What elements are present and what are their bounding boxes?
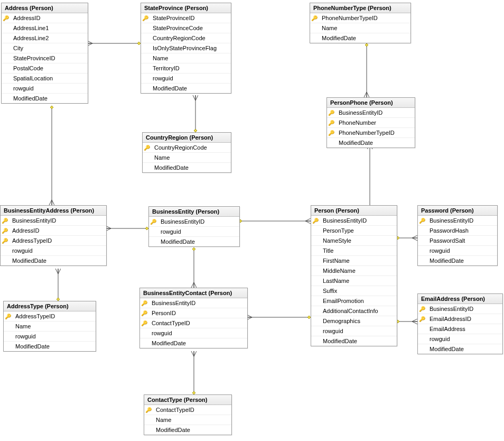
- column-row[interactable]: Name: [143, 152, 231, 162]
- column-name: PasswordSalt: [426, 237, 468, 244]
- column-row[interactable]: rowguid: [418, 334, 502, 344]
- column-row[interactable]: rowguid: [418, 245, 497, 255]
- column-row[interactable]: StateProvinceCode: [141, 23, 231, 33]
- column-row[interactable]: 🔑PersonID: [140, 308, 247, 318]
- column-row[interactable]: rowguid: [311, 326, 397, 336]
- primary-key-icon: 🔑: [1, 228, 9, 234]
- column-row[interactable]: 🔑BusinessEntityID: [140, 298, 247, 308]
- column-row[interactable]: PostalCode: [2, 63, 88, 73]
- column-row[interactable]: PasswordSalt: [418, 235, 497, 245]
- column-row[interactable]: CountryRegionCode: [141, 33, 231, 43]
- column-name: AddressID: [9, 227, 42, 234]
- column-list: 🔑PhoneNumberTypeIDNameModifiedDate: [310, 13, 410, 43]
- column-row[interactable]: AddressLine1: [2, 23, 88, 33]
- entity-person[interactable]: Person (Person)🔑BusinessEntityIDPersonTy…: [311, 205, 397, 346]
- column-row[interactable]: rowguid: [2, 83, 88, 93]
- column-name: PersonID: [148, 310, 179, 316]
- entity-businessentity[interactable]: BusinessEntity (Person)🔑BusinessEntityID…: [148, 206, 240, 247]
- entity-emailaddress[interactable]: EmailAddress (Person)🔑BusinessEntityID🔑E…: [417, 293, 503, 354]
- column-row[interactable]: ModifiedDate: [149, 236, 239, 246]
- column-name: Name: [151, 154, 173, 161]
- column-row[interactable]: 🔑BusinessEntityID: [327, 108, 415, 117]
- entity-personphone[interactable]: PersonPhone (Person)🔑BusinessEntityID🔑Ph…: [326, 97, 415, 148]
- column-row[interactable]: 🔑BusinessEntityID: [149, 217, 239, 226]
- column-row[interactable]: AdditionalContactInfo: [311, 306, 397, 316]
- column-row[interactable]: NameStyle: [311, 235, 397, 245]
- column-row[interactable]: ModifiedDate: [143, 162, 231, 172]
- column-row[interactable]: Name: [310, 23, 410, 33]
- column-row[interactable]: SpatialLocation: [2, 73, 88, 83]
- column-row[interactable]: Name: [4, 321, 96, 331]
- column-name: rowguid: [157, 228, 184, 235]
- column-row[interactable]: PersonType: [311, 225, 397, 235]
- column-row[interactable]: City: [2, 43, 88, 53]
- column-row[interactable]: 🔑AddressID: [1, 225, 106, 235]
- column-row[interactable]: Demographics: [311, 316, 397, 326]
- column-row[interactable]: 🔑CountryRegionCode: [143, 143, 231, 152]
- column-name: TerritoryID: [150, 65, 183, 71]
- column-row[interactable]: Name: [144, 415, 231, 425]
- column-row[interactable]: 🔑AddressTypeID: [4, 311, 96, 321]
- column-row[interactable]: ModifiedDate: [144, 425, 231, 435]
- column-row[interactable]: 🔑AddressID: [2, 13, 88, 23]
- column-row[interactable]: LastName: [311, 275, 397, 286]
- entity-businessentitycontact[interactable]: BusinessEntityContact (Person)🔑BusinessE…: [139, 288, 248, 348]
- column-row[interactable]: FirstName: [311, 255, 397, 265]
- column-row[interactable]: 🔑EmailAddressID: [418, 314, 502, 324]
- entity-stateprovince[interactable]: StateProvince (Person)🔑StateProvinceIDSt…: [141, 3, 231, 94]
- column-row[interactable]: PasswordHash: [418, 225, 497, 235]
- column-row[interactable]: ModifiedDate: [141, 83, 231, 93]
- column-row[interactable]: EmailAddress: [418, 324, 502, 334]
- column-row[interactable]: ModifiedDate: [418, 344, 502, 354]
- column-row[interactable]: ModifiedDate: [140, 338, 247, 348]
- entity-title: Address (Person): [2, 3, 88, 13]
- column-row[interactable]: ModifiedDate: [311, 336, 397, 346]
- entity-address[interactable]: Address (Person)🔑AddressIDAddressLine1Ad…: [1, 3, 88, 104]
- column-row[interactable]: StateProvinceID: [2, 53, 88, 63]
- column-row[interactable]: rowguid: [1, 245, 106, 255]
- column-row[interactable]: 🔑PhoneNumberTypeID: [327, 127, 415, 137]
- entity-countryregion[interactable]: CountryRegion (Person)🔑CountryRegionCode…: [142, 132, 231, 173]
- column-row[interactable]: ModifiedDate: [1, 255, 106, 265]
- column-row[interactable]: rowguid: [140, 328, 247, 338]
- primary-key-icon: 🔑: [310, 15, 319, 21]
- column-row[interactable]: 🔑BusinessEntityID: [418, 216, 497, 225]
- column-row[interactable]: 🔑ContactTypeID: [144, 405, 231, 415]
- column-row[interactable]: ModifiedDate: [310, 33, 410, 43]
- column-name: rowguid: [12, 333, 39, 339]
- column-row[interactable]: ModifiedDate: [2, 93, 88, 103]
- entity-addresstype[interactable]: AddressType (Person)🔑AddressTypeIDNamero…: [3, 301, 96, 352]
- entity-password[interactable]: Password (Person)🔑BusinessEntityIDPasswo…: [417, 205, 498, 266]
- primary-key-icon: 🔑: [140, 310, 148, 316]
- column-row[interactable]: Title: [311, 245, 397, 255]
- column-row[interactable]: ModifiedDate: [327, 137, 415, 148]
- entity-phonenumbertype[interactable]: PhoneNumberType (Person)🔑PhoneNumberType…: [310, 3, 411, 43]
- column-row[interactable]: IsOnlyStateProvinceFlag: [141, 43, 231, 53]
- column-name: MiddleName: [320, 268, 359, 274]
- column-row[interactable]: ModifiedDate: [418, 255, 497, 265]
- entity-businessentityaddress[interactable]: BusinessEntityAddress (Person)🔑BusinessE…: [0, 205, 107, 266]
- entity-contacttype[interactable]: ContactType (Person)🔑ContactTypeIDNameMo…: [144, 394, 232, 435]
- column-row[interactable]: 🔑StateProvinceID: [141, 13, 231, 23]
- column-row[interactable]: Name: [141, 53, 231, 63]
- column-row[interactable]: 🔑BusinessEntityID: [418, 304, 502, 314]
- column-row[interactable]: 🔑ContactTypeID: [140, 318, 247, 328]
- column-row[interactable]: EmailPromotion: [311, 296, 397, 306]
- column-name: PasswordHash: [426, 227, 472, 234]
- column-row[interactable]: rowguid: [149, 226, 239, 236]
- column-name: ModifiedDate: [148, 340, 189, 346]
- column-row[interactable]: 🔑BusinessEntityID: [1, 216, 106, 225]
- column-row[interactable]: ModifiedDate: [4, 341, 96, 351]
- column-row[interactable]: Suffix: [311, 286, 397, 296]
- column-row[interactable]: 🔑AddressTypeID: [1, 235, 106, 245]
- column-row[interactable]: 🔑PhoneNumber: [327, 117, 415, 127]
- column-name: ModifiedDate: [426, 346, 467, 352]
- column-row[interactable]: TerritoryID: [141, 63, 231, 73]
- column-row[interactable]: rowguid: [4, 331, 96, 341]
- column-row[interactable]: 🔑BusinessEntityID: [311, 216, 397, 225]
- column-name: ModifiedDate: [153, 427, 193, 433]
- column-row[interactable]: rowguid: [141, 73, 231, 83]
- column-row[interactable]: MiddleName: [311, 265, 397, 275]
- column-row[interactable]: AddressLine2: [2, 33, 88, 43]
- column-row[interactable]: 🔑PhoneNumberTypeID: [310, 13, 410, 23]
